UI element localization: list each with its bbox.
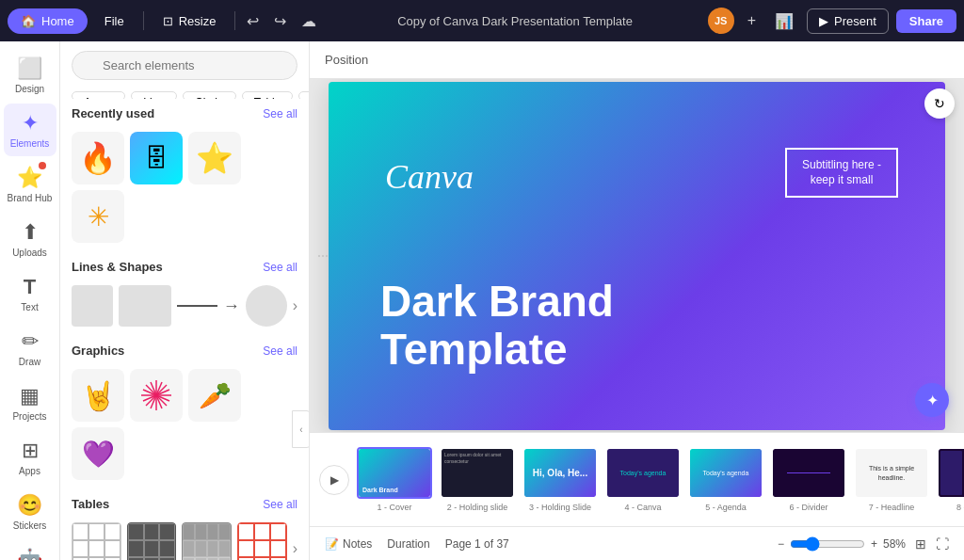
chip-line[interactable]: Line [131,91,177,99]
slide-main-line2: Template [380,326,614,374]
slide-label-3: 3 - Holding Slide [529,503,591,512]
recent-item-db[interactable]: 🗄 [130,132,183,184]
sidebar-item-apps[interactable]: ⊞ Apps [4,431,56,484]
elements-panel: 🔍 Arrow Line Circle Table Star › Recentl… [60,41,310,560]
sidebar-item-text[interactable]: T Text [4,267,56,320]
zoom-in-button[interactable]: + [871,537,877,551]
tab-resize[interactable]: ⊡ Resize [150,8,230,34]
search-input[interactable] [72,51,297,80]
redo-button[interactable]: ↪ [268,8,292,34]
sidebar-item-design[interactable]: ⬜ Design [4,49,56,102]
sidebar-item-brand-hub[interactable]: ⭐ Brand Hub [4,158,56,211]
table-item-1[interactable] [72,522,121,560]
recent-item-star[interactable]: ⭐ [188,132,241,184]
slide-thumb-6[interactable] [771,447,846,499]
slide-main-line1: Dark Brand [380,278,614,326]
slide-thumb-wrap-8: 8 - Thirds [937,447,964,512]
analytics-button[interactable]: 📊 [769,8,799,34]
tab-file[interactable]: File [91,8,137,34]
graphics-grid: 🤘 🥕 💜 ‹ [60,369,309,489]
play-button[interactable]: ▶ [319,465,349,495]
shape-line[interactable] [177,305,217,307]
recently-used-grid: 🔥 🗄 ⭐ ✳ [60,132,309,252]
notes-icon: 📝 [325,537,339,551]
tab-home[interactable]: 🏠 Home [8,8,88,34]
chip-star[interactable]: Star [298,91,309,99]
slide-thumb-8[interactable] [937,447,964,499]
graphic-item-pumpkin[interactable]: 🥕 [188,369,241,422]
page-info: Page 1 of 37 [445,537,509,551]
collapse-panel-button[interactable]: ‹ [292,410,310,448]
slide-thumb-2[interactable]: Lorem ipsum dolor sit amet consectetur [440,447,515,499]
slide-thumb-1[interactable]: Dark Brand [357,447,432,499]
table-item-2[interactable] [127,522,177,560]
table-item-3[interactable] [182,522,232,560]
lines-shapes-section: Lines & Shapes See all [60,252,309,285]
graphics-section: Graphics See all [60,336,309,369]
recent-item-starburst[interactable]: ✳ [72,190,124,243]
sidebar: ⬜ Design ✦ Elements ⭐ Brand Hub ⬆ Upload… [0,41,60,560]
slide-thumb-7[interactable]: This is a simple headline. [854,447,929,499]
sidebar-item-projects[interactable]: ▦ Projects [4,376,56,429]
canvas-toolbar: Position [310,41,964,79]
slide-logo: Canva [385,157,474,197]
arrow-right-shape[interactable]: → [223,296,240,316]
zoom-out-button[interactable]: − [778,537,784,551]
tables-more-button[interactable]: › [293,540,297,557]
tables-grid: › [60,522,309,560]
slide-canvas[interactable]: Canva Subtitling here - keep it small Da… [329,82,945,430]
sidebar-item-elements[interactable]: ✦ Elements [4,104,56,156]
add-collaborator-button[interactable]: + [742,8,762,33]
text-icon: T [24,275,36,299]
duration-button[interactable]: Duration [387,537,429,551]
document-title: Copy of Canva Dark Presentation Template [326,14,703,28]
fit-screen-button[interactable]: ⛶ [936,536,949,552]
slide-subtitle[interactable]: Subtitling here - keep it small [785,148,898,199]
notes-button[interactable]: 📝 Notes [325,537,372,551]
slide-label-6: 6 - Divider [789,503,827,512]
zoom-control: − + 58% [778,536,906,552]
shape-rectangle[interactable] [119,285,171,327]
shape-square[interactable] [72,285,113,327]
scroll-left-indicator[interactable]: ⋯ [317,249,329,263]
cloud-save-button[interactable]: ☁ [296,8,322,34]
tables-section: Tables See all [60,489,309,522]
undo-button[interactable]: ↩ [241,8,265,34]
resize-icon: ⊡ [163,14,173,28]
design-icon: ⬜ [17,56,42,81]
slide-thumb-5[interactable]: Today's agenda [688,447,763,499]
slide-thumb-3[interactable]: Hi, Ola, He... [522,447,598,499]
shapes-more-button[interactable]: › [293,297,297,314]
graphic-item-hand[interactable]: 🤘 [72,369,124,422]
stickers-icon: 😊 [17,493,42,518]
sidebar-item-uploads[interactable]: ⬆ Uploads [4,213,56,265]
chip-circle[interactable]: Circle [183,91,236,99]
brand-hub-icon: ⭐ [17,166,42,190]
slide-thumb-4[interactable]: Today's agenda [605,447,681,499]
sidebar-item-stickers[interactable]: 😊 Stickers [4,486,56,538]
chip-arrow[interactable]: Arrow [72,91,125,99]
topbar-divider-2 [234,11,235,30]
refresh-button[interactable]: ↻ [924,88,955,119]
sidebar-item-sydney[interactable]: 🤖 Sydney Ne... [4,540,56,560]
present-button[interactable]: ▶ Present [807,8,889,34]
table-item-red[interactable] [237,522,287,560]
share-button[interactable]: Share [896,9,956,33]
status-bar: 📝 Notes Duration Page 1 of 37 − + 58% ⊞ … [310,526,964,560]
recent-item-fire[interactable]: 🔥 [72,132,124,184]
grid-view-button[interactable]: ⊞ [915,536,926,552]
zoom-slider[interactable] [790,536,865,552]
elements-icon: ✦ [22,111,39,136]
graphic-item-burst[interactable] [130,369,183,422]
canvas-wrapper[interactable]: Canva Subtitling here - keep it small Da… [310,79,964,432]
chip-table[interactable]: Table [242,91,294,99]
shape-circle[interactable] [246,285,287,327]
avatar[interactable]: JS [708,8,734,34]
slide-label-4: 4 - Canva [624,503,661,512]
sidebar-item-draw[interactable]: ✏ Draw [4,322,56,375]
slide-label-5: 5 - Agenda [705,503,747,512]
magic-button[interactable]: ✦ [915,383,949,417]
sydney-icon: 🤖 [17,548,42,560]
main-layout: ⬜ Design ✦ Elements ⭐ Brand Hub ⬆ Upload… [0,41,964,560]
graphic-item-gem[interactable]: 💜 [72,427,124,480]
